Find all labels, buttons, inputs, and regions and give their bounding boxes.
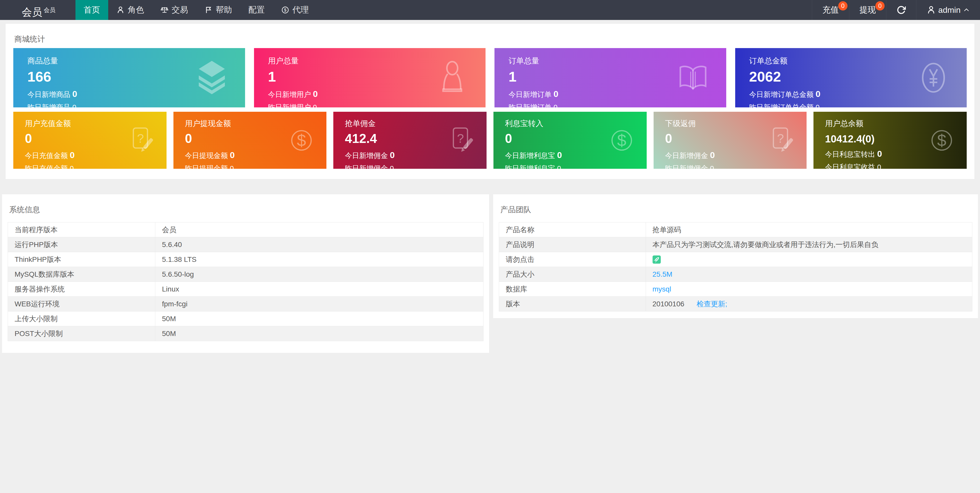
row-label: ThinkPHP版本 [8,252,155,267]
row-value: 5.6.40 [155,237,484,252]
today-value: 0 [230,150,235,160]
row-label: 请勿点击 [499,252,646,267]
table-row: 上传大小限制50M [8,312,484,326]
stat-card-yesterday-line: 昨日新增利息宝 0 [505,164,647,169]
nav-item-label: 首页 [84,4,100,16]
today-label: 今日新增用户 [268,91,311,99]
today-value: 0 [554,89,558,99]
doc-question-icon: ? [127,126,156,155]
yesterday-value: 0 [70,164,74,169]
today-value: 0 [313,89,318,99]
row-label: 产品大小 [499,267,646,282]
yesterday-value: 0 [816,103,819,107]
nav-action-label: 提现 [859,4,876,16]
navbar-right-actions: 充值0提现0admin [812,0,980,20]
dollar-nav-icon: $ [281,6,289,14]
row-value: 25.5M [646,267,972,282]
table-row: MySQL数据库版本5.6.50-log [8,267,484,282]
yesterday-value: 0 [710,164,714,169]
svg-text:?: ? [457,132,464,145]
yen-circle-icon [914,59,953,97]
scales-icon [161,6,169,14]
row-value: 50M [155,326,484,341]
dollar-circle-icon: $ [927,126,956,155]
yesterday-label: 昨日新增订单总金额 [749,103,814,107]
table-row: POST大小限制50M [8,326,484,341]
stat-card-yesterday-line: 昨日提现金额 0 [185,164,327,169]
nav-item-1[interactable]: 首页 [75,0,108,20]
stat-card-yesterday-line: 今日利息宝收益 0 [825,162,967,169]
stat-card-yesterday-line: 昨日新增用户 0 [268,103,486,107]
svg-text:$: $ [297,131,306,149]
table-row: 产品名称抢单源码 [499,223,972,237]
yesterday-value: 0 [554,103,558,107]
today-label: 今日新增佣金 [665,152,708,159]
nav-action-1[interactable]: 充值0 [812,0,849,20]
nav-action-2[interactable]: 提现0 [849,0,886,20]
notification-badge: 0 [875,1,885,11]
stat-card-yesterday-line: 昨日充值金额 0 [25,164,167,169]
user-menu[interactable]: admin [916,0,980,20]
yesterday-value: 0 [877,163,881,169]
value-link[interactable]: 25.5M [652,270,673,278]
doc-question-icon: ? [767,126,796,155]
table-row: 版本20100106检查更新; [499,297,972,312]
today-label: 今日新增商品 [27,91,70,99]
row-value: 20100106检查更新; [646,297,972,312]
svg-text:$: $ [937,131,947,149]
flag-icon [204,6,213,14]
table-row: 运行PHP版本5.6.40 [8,237,484,252]
nav-action-label: 充值 [822,4,839,16]
username: admin [938,5,961,15]
row-label: 产品说明 [499,237,646,252]
nav-item-label: 配置 [248,4,265,16]
nav-item-label: 代理 [293,4,309,16]
today-value: 0 [816,89,820,99]
main-menu: 首页角色交易帮助配置$代理 [75,0,317,20]
today-label: 今日新增佣金 [345,152,388,159]
nav-item-2[interactable]: 角色 [108,0,152,20]
svg-text:$: $ [617,131,626,149]
yesterday-value: 0 [313,103,317,107]
stat-card-row1-1: 商品总量166今日新增商品 0昨日新增商品 0 [13,48,245,107]
stat-card-yesterday-line: 昨日新增订单总金额 0 [749,103,967,107]
top-navbar: 会员会员 首页角色交易帮助配置$代理 充值0提现0admin [0,0,980,20]
stats-row-2: 用户充值金额0今日充值金额 0昨日充值金额 0?用户提现金额0今日提现金额 0昨… [13,112,967,169]
refresh-button[interactable] [886,0,916,20]
rocket-icon[interactable] [652,256,661,264]
nav-item-6[interactable]: $代理 [273,0,317,20]
row-label: POST大小限制 [8,326,155,341]
check-update-link[interactable]: 检查更新; [697,300,727,308]
nav-item-3[interactable]: 交易 [152,0,196,20]
yesterday-label: 昨日新增用户 [268,103,311,107]
nav-item-5[interactable]: 配置 [240,0,273,20]
today-value: 0 [390,150,395,160]
nav-item-4[interactable]: 帮助 [196,0,240,20]
table-row: WEB运行环境fpm-fcgi [8,297,484,312]
yesterday-value: 0 [230,164,234,169]
yesterday-value: 0 [390,164,394,169]
today-value: 0 [557,150,562,160]
row-value: 抢单源码 [646,223,972,237]
dollar-circle-icon: $ [607,126,636,155]
stat-card-row2-6: 用户总余额10412.4(0)今日利息宝转出 0今日利息宝收益 0$ [813,112,967,169]
row-label: 上传大小限制 [8,312,155,326]
yesterday-label: 昨日充值金额 [25,164,68,169]
row-value [646,252,972,267]
table-row: 当前程序版本会员 [8,223,484,237]
table-row: 产品大小25.5M [499,267,972,282]
row-value: fpm-fcgi [155,297,484,312]
svg-text:?: ? [777,132,784,145]
svg-text:?: ? [137,132,144,145]
mall-stats-section: 商城统计 商品总量166今日新增商品 0昨日新增商品 0用户总量1今日新增用户 … [6,24,974,179]
today-value: 0 [877,149,882,159]
nav-item-label: 角色 [128,4,144,16]
row-value: 会员 [155,223,484,237]
value-link[interactable]: mysql [652,285,671,293]
row-label: 当前程序版本 [8,223,155,237]
row-value: 5.6.50-log [155,267,484,282]
row-value: 本产品只为学习测试交流,请勿要做商业或者用于违法行为,一切后果自负 [646,237,972,252]
stat-card-yesterday-line: 昨日新增佣金 0 [345,164,487,169]
yesterday-value: 0 [557,164,561,169]
book-icon [674,59,712,97]
